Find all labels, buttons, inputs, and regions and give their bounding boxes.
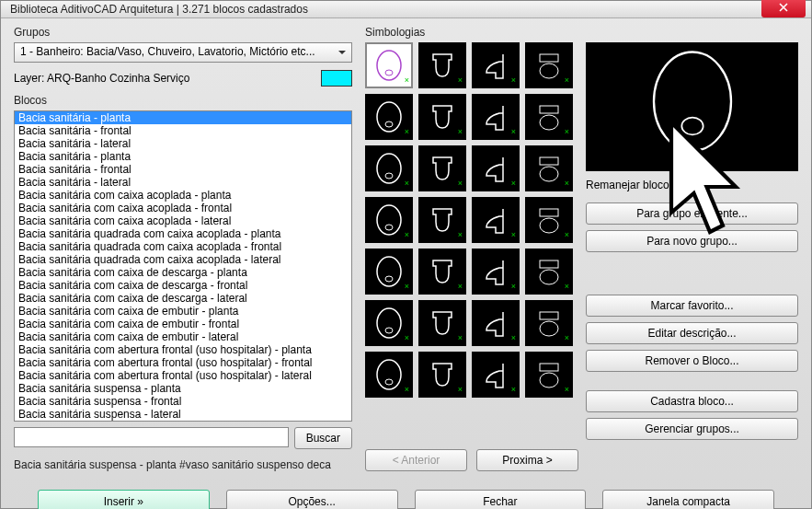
svg-point-21 [385, 328, 393, 333]
block-icon [531, 202, 567, 238]
list-item[interactable]: Bacia sanitária com caixa acoplada - lat… [15, 214, 351, 227]
thumbnail[interactable]: × [472, 300, 520, 346]
close-icon [779, 3, 788, 12]
svg-rect-26 [540, 364, 558, 371]
thumbnail[interactable]: × [472, 197, 520, 243]
thumbnail[interactable]: × [418, 352, 466, 398]
list-item[interactable]: Bacia sanitária suspensa - frontal [15, 395, 351, 408]
list-item[interactable]: Bacia sanitária - planta [15, 150, 351, 163]
thumbnail[interactable]: × [365, 42, 413, 88]
block-icon [424, 150, 461, 187]
list-item[interactable]: Bacia sanitária - lateral [15, 176, 351, 189]
thumbnail[interactable]: × [472, 42, 520, 88]
thumbnail[interactable]: × [472, 352, 520, 398]
block-icon [424, 253, 461, 290]
remover-bloco-button[interactable]: Remover o Bloco... [586, 350, 798, 372]
list-item[interactable]: Bacia sanitária com abertura frontal (us… [15, 343, 351, 356]
thumbnail[interactable]: × [418, 197, 466, 243]
list-item[interactable]: Bacia sanitária - frontal [15, 124, 351, 137]
search-input[interactable] [14, 427, 289, 447]
thumbnail[interactable]: × [418, 249, 466, 295]
buscar-button[interactable]: Buscar [294, 427, 352, 449]
x-mark-icon: × [565, 231, 569, 239]
list-item[interactable]: Bacia sanitária com caixa de embutir - p… [15, 305, 351, 318]
list-item[interactable]: Bacia sanitária com caixa de embutir - f… [15, 318, 351, 330]
thumbnail[interactable]: × [525, 300, 573, 346]
grupos-combo[interactable]: 1 - Banheiro: Bacia/Vaso, Chuveiro, Lava… [14, 42, 352, 63]
thumbnail[interactable]: × [365, 145, 413, 191]
list-item[interactable]: Bacia sanitária com abertura frontal (us… [15, 369, 351, 382]
list-item[interactable]: Bacia sanitária com caixa de descarga - … [15, 292, 351, 305]
svg-point-9 [385, 173, 393, 179]
close-button[interactable] [761, 0, 806, 17]
thumbnail[interactable]: × [365, 352, 413, 398]
x-mark-icon: × [458, 334, 463, 342]
list-item[interactable]: Bacia sanitária com caixa de descarga - … [15, 266, 351, 279]
opcoes-button[interactable]: Opções... [226, 490, 398, 509]
thumbnail[interactable]: × [525, 197, 573, 243]
thumbnail[interactable]: × [418, 300, 466, 346]
list-item[interactable]: Bacia sanitária quadrada com caixa acopl… [15, 240, 351, 253]
thumbnail[interactable]: × [525, 42, 573, 88]
svg-rect-2 [540, 54, 558, 62]
editar-descricao-button[interactable]: Editar descrição... [586, 322, 798, 344]
thumbnail[interactable]: × [472, 145, 520, 191]
list-item[interactable]: Bacia sanitária quadrada com caixa acopl… [15, 227, 351, 240]
app-window: Biblioteca AditivoCAD Arquitetura | 3.27… [0, 0, 812, 509]
list-item[interactable]: Bacia sanitária suspensa - planta [15, 382, 351, 395]
list-item[interactable]: Bacia sanitária com caixa de descarga - … [15, 279, 351, 292]
layer-color-swatch[interactable] [321, 70, 352, 87]
thumbnail[interactable]: × [365, 94, 413, 140]
list-item[interactable]: Bacia sanitária quadrada com caixa acopl… [15, 253, 351, 266]
list-item[interactable]: Bacia sanitária com caixa acoplada - fro… [15, 202, 351, 214]
thumbnail[interactable]: × [418, 42, 466, 88]
preview-panel [586, 42, 798, 171]
inserir-button[interactable]: Inserir » [38, 490, 210, 509]
proxima-button[interactable]: Proxima > [476, 449, 578, 471]
list-item[interactable]: Bacia sanitária - lateral [15, 137, 351, 150]
list-item[interactable]: Bacia sanitária com caixa de embutir - l… [15, 330, 351, 343]
list-item[interactable]: Bacia sanitária suspensa - lateral [15, 408, 351, 421]
x-mark-icon: × [511, 179, 516, 188]
thumbnail[interactable]: × [472, 249, 520, 295]
thumbnail[interactable]: × [365, 249, 413, 295]
list-item[interactable]: Bacia sanitária com abertura frontal (us… [15, 356, 351, 369]
list-item[interactable]: Bacia sanitária com caixa acoplada - pla… [15, 189, 351, 202]
block-icon [424, 305, 461, 341]
status-text: Bacia sanitária suspensa - planta #vaso … [14, 458, 352, 471]
x-mark-icon: × [511, 386, 516, 394]
thumbnail[interactable]: × [418, 145, 466, 191]
svg-rect-22 [540, 312, 558, 319]
block-icon [424, 47, 461, 84]
blocos-listbox[interactable]: Bacia sanitária - plantaBacia sanitária … [14, 110, 352, 422]
thumbnail[interactable]: × [525, 352, 573, 398]
thumbnail[interactable]: × [525, 94, 573, 140]
svg-point-3 [540, 64, 558, 78]
anterior-button[interactable]: < Anterior [365, 449, 467, 471]
thumbnail[interactable]: × [525, 145, 573, 191]
x-mark-icon: × [458, 128, 463, 136]
list-item[interactable]: Bacia sanitária - planta [15, 111, 351, 124]
window-title: Biblioteca AditivoCAD Arquitetura | 3.27… [10, 3, 761, 16]
janela-compacta-button[interactable]: Janela compacta [602, 490, 774, 509]
block-icon [477, 98, 514, 135]
fechar-button[interactable]: Fechar [415, 490, 587, 509]
thumbnail[interactable]: × [365, 197, 413, 243]
gerenciar-grupos-button[interactable]: Gerenciar grupos... [586, 418, 798, 440]
x-mark-icon: × [511, 334, 516, 342]
thumbnail[interactable]: × [418, 94, 466, 140]
cadastra-bloco-button[interactable]: Cadastra bloco... [586, 390, 798, 412]
block-icon [424, 202, 461, 238]
thumbnail[interactable]: × [525, 249, 573, 295]
blocos-label: Blocos [14, 94, 352, 107]
grupos-selected: 1 - Banheiro: Bacia/Vaso, Chuveiro, Lava… [20, 45, 315, 58]
marcar-favorito-button[interactable]: Marcar favorito... [586, 295, 798, 317]
thumbnail[interactable]: × [472, 94, 520, 140]
x-mark-icon: × [565, 179, 569, 188]
thumbnail[interactable]: × [365, 300, 413, 346]
list-item[interactable]: Bacia sanitária - frontal [15, 163, 351, 176]
svg-point-13 [385, 225, 393, 230]
x-mark-icon: × [405, 386, 409, 394]
x-mark-icon: × [565, 386, 569, 394]
x-mark-icon: × [405, 128, 409, 136]
